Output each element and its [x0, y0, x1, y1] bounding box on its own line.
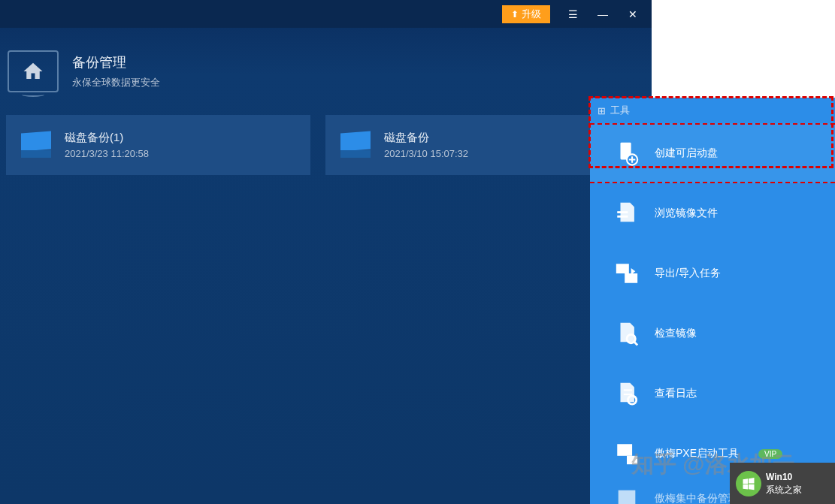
backup-title: 磁盘备份(1) [65, 131, 149, 145]
manage-icon [614, 486, 640, 504]
file-search-icon [614, 321, 640, 346]
tool-export-import[interactable]: 导出/导入任务 [590, 243, 835, 303]
svg-rect-5 [625, 273, 637, 283]
badge-text: Win10 系统之家 [766, 471, 802, 496]
tool-create-bootable[interactable]: 创建可启动盘 [590, 123, 835, 183]
tool-label: 傲梅集中备份管理 [655, 492, 739, 504]
minimize-icon[interactable]: — [595, 8, 610, 20]
vip-badge: VIP [758, 449, 782, 459]
tool-label: 傲梅PXE启动工具 [655, 447, 739, 460]
upgrade-label: 升级 [522, 8, 541, 21]
pxe-icon [614, 441, 640, 466]
svg-rect-3 [617, 216, 628, 218]
backup-date: 2021/3/23 11:20:58 [65, 148, 149, 159]
app-window: ⬆ 升级 ☰ — ✕ 备份管理 永保全球数据更安全 磁盘备份(1) 2021/3… [0, 0, 652, 504]
windows-logo-icon [736, 471, 761, 496]
tools-panel: ⊞ 工具 创建可启动盘 浏览镜像文件 导出/导入任务 检查镜像 查看日志 [590, 98, 835, 504]
page-subtitle: 永保全球数据更安全 [72, 76, 160, 89]
page-header: 备份管理 永保全球数据更安全 [0, 28, 652, 115]
page-title: 备份管理 [72, 53, 160, 71]
disk-icon [21, 132, 51, 158]
disk-icon [340, 132, 371, 158]
svg-rect-7 [624, 389, 632, 391]
upgrade-button[interactable]: ⬆ 升级 [502, 5, 550, 23]
svg-rect-4 [616, 264, 629, 273]
svg-rect-12 [619, 490, 636, 504]
svg-rect-10 [617, 444, 632, 456]
backup-card[interactable]: 磁盘备份 2021/3/10 15:07:32 [325, 115, 630, 175]
house-icon [20, 60, 46, 83]
tool-label: 检查镜像 [655, 327, 697, 340]
tool-check-image[interactable]: 检查镜像 [590, 303, 835, 364]
tool-label: 导出/导入任务 [655, 267, 721, 280]
upload-icon: ⬆ [511, 9, 519, 20]
backup-title: 磁盘备份 [384, 131, 468, 145]
transfer-icon [614, 261, 640, 286]
tools-header: ⊞ 工具 [590, 98, 835, 123]
tool-label: 创建可启动盘 [655, 146, 718, 160]
tool-label: 查看日志 [655, 387, 697, 400]
home-icon[interactable] [8, 50, 59, 92]
backup-date: 2021/3/10 15:07:32 [384, 148, 468, 159]
usb-plus-icon [614, 140, 640, 166]
tool-label: 浏览镜像文件 [655, 207, 718, 220]
titlebar: ⬆ 升级 ☰ — ✕ [0, 0, 652, 28]
backup-card[interactable]: 磁盘备份(1) 2021/3/23 11:20:58 [6, 115, 310, 175]
tool-browse-image[interactable]: 浏览镜像文件 [590, 183, 835, 243]
svg-rect-2 [617, 211, 628, 213]
menu-icon[interactable]: ☰ [565, 8, 580, 20]
backup-list: 磁盘备份(1) 2021/3/23 11:20:58 磁盘备份 2021/3/1… [0, 115, 652, 175]
site-badge[interactable]: Win10 系统之家 [730, 463, 835, 504]
tool-view-logs[interactable]: 查看日志 [590, 364, 835, 424]
log-icon [614, 381, 640, 406]
browse-icon [614, 201, 640, 226]
svg-rect-11 [627, 456, 637, 464]
close-icon[interactable]: ✕ [625, 8, 640, 20]
grid-icon: ⊞ [598, 105, 606, 116]
